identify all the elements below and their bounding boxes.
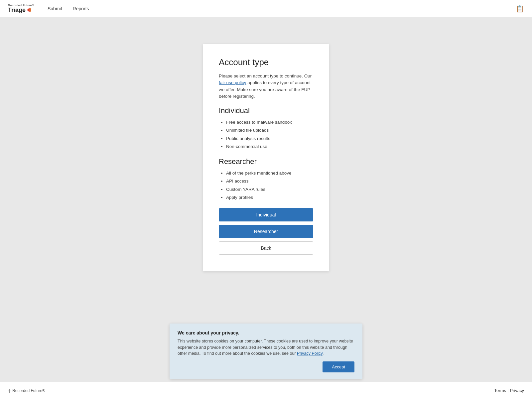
individual-features: Free access to malware sandbox Unlimited…	[219, 118, 313, 151]
card-title: Account type	[219, 57, 313, 67]
privacy-policy-link[interactable]: Privacy Policy	[297, 351, 323, 356]
account-type-card: Account type Please select an account ty…	[203, 44, 329, 271]
main-nav: Submit Reports	[48, 5, 89, 13]
researcher-feature-2: API access	[226, 177, 313, 185]
researcher-heading: Researcher	[219, 157, 313, 166]
nav-reports[interactable]: Reports	[73, 5, 89, 13]
header-right: 📋	[516, 5, 524, 13]
accept-cookies-button[interactable]: Accept	[323, 361, 354, 372]
footer-separator: |	[507, 388, 508, 393]
cookie-title: We care about your privacy.	[178, 330, 354, 335]
cookie-banner: We care about your privacy. This website…	[170, 324, 362, 379]
researcher-feature-1: All of the perks mentioned above	[226, 169, 313, 177]
researcher-button[interactable]: Researcher	[219, 225, 313, 238]
logo-brand-main: Triage	[8, 7, 34, 13]
fair-use-link[interactable]: fair use policy	[219, 80, 246, 85]
individual-feature-3: Public analysis results	[226, 135, 313, 143]
individual-feature-1: Free access to malware sandbox	[226, 118, 313, 126]
privacy-link[interactable]: Privacy	[510, 388, 524, 393]
individual-button[interactable]: Individual	[219, 208, 313, 221]
intro-text: Please select an account type to continu…	[219, 73, 313, 100]
header: Recorded Future® Triage Submit Reports 📋	[0, 0, 532, 17]
individual-feature-2: Unlimited file uploads	[226, 126, 313, 134]
terms-link[interactable]: Terms	[494, 388, 506, 393]
docs-icon[interactable]: 📋	[516, 5, 524, 12]
arrow-right-icon	[29, 8, 31, 12]
footer-links: Terms | Privacy	[494, 388, 524, 393]
footer: ·|· Recorded Future® Terms | Privacy	[0, 382, 532, 399]
nav-submit[interactable]: Submit	[48, 5, 62, 13]
researcher-feature-3: Custom YARA rules	[226, 186, 313, 194]
back-button[interactable]: Back	[219, 241, 313, 255]
main-content: Account type Please select an account ty…	[0, 17, 532, 271]
cookie-text: This website stores cookies on your comp…	[178, 338, 354, 357]
researcher-feature-4: Apply profiles	[226, 194, 313, 201]
researcher-features: All of the perks mentioned above API acc…	[219, 169, 313, 201]
individual-heading: Individual	[219, 106, 313, 115]
individual-feature-4: Non-commercial use	[226, 143, 313, 151]
footer-logo: ·|· Recorded Future®	[8, 388, 45, 393]
logo-arrows	[27, 8, 31, 12]
logo-link[interactable]: Recorded Future® Triage	[8, 4, 34, 13]
